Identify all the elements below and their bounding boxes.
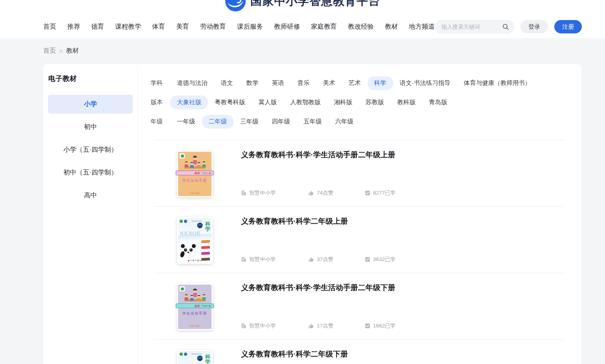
filter-option[interactable]: 教科版 <box>391 96 423 109</box>
cover-kids-illustration <box>181 288 209 304</box>
cover-series-text <box>191 221 202 222</box>
nav-item-2[interactable]: 德育 <box>91 22 104 31</box>
sidebar-title: 电子教材 <box>48 74 138 83</box>
filter-row-1: 版本大象社版粤教粤科版冀人版人教鄂教版湘科版苏教版教科版青岛版 <box>151 96 581 108</box>
filter-option[interactable]: 三年级 <box>234 115 265 129</box>
nav-item-4[interactable]: 体育 <box>152 22 165 31</box>
cover-subtitle: 学生活动手册 <box>178 311 211 316</box>
book-title[interactable]: 义务教育教科书·科学·学生活动手册二年级下册 <box>241 273 565 293</box>
cover-kexue-text: KEXUE <box>180 230 200 237</box>
register-button[interactable]: 注册 <box>554 20 582 33</box>
nav-item-11[interactable]: 教材 <box>385 22 398 31</box>
thumb-up-icon <box>308 323 314 329</box>
filter-option[interactable]: 人教鄂教版 <box>283 96 327 109</box>
filter-label: 学科 <box>151 79 170 87</box>
breadcrumb-separator: > <box>59 48 63 54</box>
nav-item-1[interactable]: 推荐 <box>67 22 80 31</box>
nav-item-7[interactable]: 课后服务 <box>237 22 263 31</box>
filter-option[interactable]: 青岛版 <box>422 96 454 109</box>
book-title[interactable]: 义务教育教科书·科学二年级下册 <box>241 340 565 359</box>
cover-globe-icon <box>197 222 203 228</box>
book-cover[interactable]: KEXUE科学大象出版社 <box>177 350 213 364</box>
nav-item-label: 首页 <box>43 22 56 31</box>
nav-item-label: 课后服务 <box>237 22 263 31</box>
nav-item-label: 课程教学 <box>115 22 141 31</box>
content-area: 首页 > 教材 电子教材 小学初中小学（五·四学制）初中（五·四学制）高中 学科… <box>0 38 605 364</box>
building-icon <box>241 323 246 329</box>
site-title: 国家中小学智慧教育平台 <box>250 0 380 9</box>
book-likes: 17点赞 <box>308 322 365 329</box>
cover-blue-logo-icon <box>184 220 187 223</box>
sidebar-item-1[interactable]: 初中 <box>48 118 133 136</box>
sidebar-item-0[interactable]: 小学 <box>48 95 133 114</box>
breadcrumb-home[interactable]: 首页 <box>43 47 56 55</box>
filter-options: 道德与法治语文数学英语音乐美术艺术科学语文·书法练习指导体育与健康（教师用书） <box>170 76 537 90</box>
filter-option[interactable]: 体育与健康（教师用书） <box>457 76 538 90</box>
search-input[interactable] <box>441 24 502 30</box>
filter-option[interactable]: 大象社版 <box>170 96 208 109</box>
login-button[interactable]: 登录 <box>520 20 548 33</box>
nav-item-6[interactable]: 劳动教育 <box>200 22 226 31</box>
filter-option[interactable]: 冀人版 <box>252 96 284 109</box>
nav-item-8[interactable]: 教师研修 <box>274 22 300 31</box>
cover-science-characters: 科学 <box>205 221 210 232</box>
book-cover[interactable]: 科学二年级上册学生活动手册大象出版社 <box>177 151 213 197</box>
book-stats: 智慧中小学74点赞8277已学 <box>241 189 395 197</box>
cover-logos <box>180 353 187 356</box>
book-likes: 74点赞 <box>308 189 365 197</box>
search-box[interactable] <box>435 20 514 33</box>
cover-banner-sub: 二年级上册 <box>201 172 211 174</box>
book-cover[interactable]: KEXUE科学大象出版社 <box>177 217 213 264</box>
cover-boat-illustrations <box>201 240 210 261</box>
book-title[interactable]: 义务教育教科书·科学·学生活动手册二年级上册 <box>241 140 565 160</box>
thumb-up-icon <box>308 257 314 262</box>
book-likes: 37点赞 <box>308 256 365 263</box>
cover-publisher: 大象出版社 <box>178 325 211 327</box>
book-learned: 1662已学 <box>365 322 395 329</box>
nav-item-3[interactable]: 课程教学 <box>115 22 141 31</box>
filter-option[interactable]: 苏教版 <box>359 96 391 109</box>
filter-option[interactable]: 湘科版 <box>327 96 359 109</box>
page: 国家中小学智慧教育平台 首页推荐德育课程教学体育美育劳动教育课后服务教师研修家庭… <box>0 0 605 364</box>
nav-item-label: 体育 <box>152 22 165 31</box>
sidebar: 电子教材 小学初中小学（五·四学制）初中（五·四学制）高中 <box>43 64 138 364</box>
filter-option[interactable]: 语文 <box>214 76 240 90</box>
nav-item-10[interactable]: 教改经验 <box>348 22 374 31</box>
book-likes-label: 17点赞 <box>317 322 333 329</box>
book-likes-label: 74点赞 <box>317 189 333 197</box>
filter-option[interactable]: 四年级 <box>265 115 297 129</box>
filter-option[interactable]: 音乐 <box>291 76 316 90</box>
filter-option[interactable]: 数学 <box>240 76 265 90</box>
filter-option[interactable]: 一年级 <box>170 115 202 129</box>
filter-option[interactable]: 六年级 <box>329 115 360 129</box>
book-org-label: 智慧中小学 <box>249 322 276 329</box>
nav-item-label: 推荐 <box>67 22 80 31</box>
nav-item-label: 家庭教育 <box>311 22 337 31</box>
sidebar-item-2[interactable]: 小学（五·四学制） <box>48 140 133 159</box>
filter-option[interactable]: 英语 <box>265 76 291 90</box>
nav-item-9[interactable]: 家庭教育 <box>311 22 337 31</box>
filter-option[interactable]: 道德与法治 <box>170 76 214 90</box>
nav-item-5[interactable]: 美育 <box>176 22 189 31</box>
building-icon <box>241 190 246 196</box>
filter-option[interactable]: 五年级 <box>297 115 329 129</box>
thumb-up-icon <box>308 190 314 196</box>
search-icon[interactable] <box>502 24 509 30</box>
filter-option[interactable]: 科学 <box>368 76 393 90</box>
filter-option[interactable]: 语文·书法练习指导 <box>393 76 457 90</box>
main-panel: 学科道德与法治语文数学英语音乐美术艺术科学语文·书法练习指导体育与健康（教师用书… <box>138 64 581 364</box>
cover-banner: 科学二年级下册 <box>176 303 214 308</box>
main-nav: 首页推荐德育课程教学体育美育劳动教育课后服务教师研修家庭教育教改经验教材地方频道 <box>43 18 441 36</box>
filter-option[interactable]: 二年级 <box>202 115 234 129</box>
filter-option[interactable]: 粤教粤科版 <box>208 96 252 109</box>
cover-series-text <box>191 353 202 355</box>
sidebar-item-4[interactable]: 高中 <box>48 186 133 205</box>
filter-option[interactable]: 美术 <box>316 76 342 90</box>
filter-option[interactable]: 艺术 <box>342 76 368 90</box>
book-cover[interactable]: 科学二年级下册学生活动手册大象出版社 <box>177 283 213 330</box>
book-learned-label: 3632已学 <box>373 256 395 263</box>
sidebar-item-3[interactable]: 初中（五·四学制） <box>48 163 133 182</box>
cover-banner: 科学二年级上册 <box>176 171 214 175</box>
nav-item-0[interactable]: 首页 <box>43 22 56 31</box>
book-title[interactable]: 义务教育教科书·科学二年级上册 <box>241 207 565 226</box>
